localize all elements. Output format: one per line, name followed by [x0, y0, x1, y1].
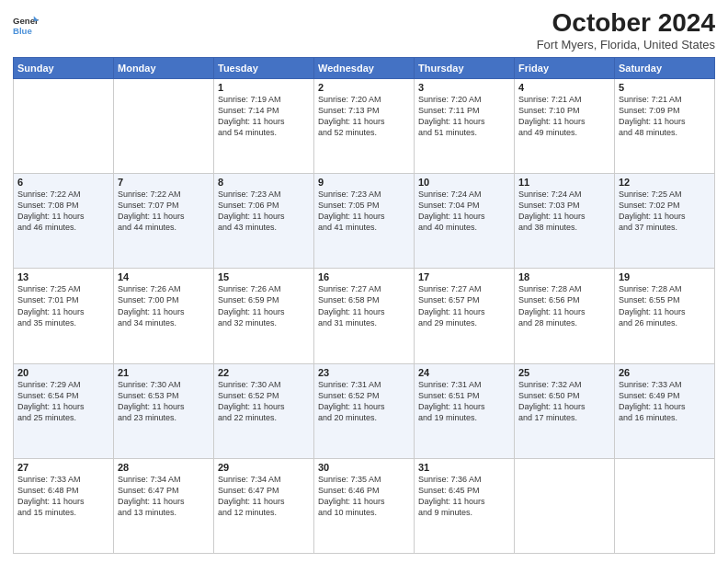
day-detail: Sunrise: 7:25 AM Sunset: 7:01 PM Dayligh…: [17, 283, 109, 328]
day-number: 12: [619, 177, 711, 188]
calendar-cell: 19Sunrise: 7:28 AM Sunset: 6:55 PM Dayli…: [615, 269, 715, 363]
calendar-week-3: 13Sunrise: 7:25 AM Sunset: 7:01 PM Dayli…: [14, 269, 715, 363]
day-detail: Sunrise: 7:19 AM Sunset: 7:14 PM Dayligh…: [218, 94, 310, 139]
day-number: 21: [118, 367, 210, 378]
calendar-cell: 8Sunrise: 7:23 AM Sunset: 7:06 PM Daylig…: [214, 174, 314, 269]
calendar-cell: [515, 458, 615, 553]
calendar-cell: 12Sunrise: 7:25 AM Sunset: 7:02 PM Dayli…: [615, 174, 715, 269]
day-detail: Sunrise: 7:21 AM Sunset: 7:10 PM Dayligh…: [518, 94, 610, 139]
day-number: 8: [218, 177, 310, 188]
day-number: 5: [619, 82, 711, 93]
col-header-saturday: Saturday: [615, 57, 715, 78]
calendar-week-2: 6Sunrise: 7:22 AM Sunset: 7:08 PM Daylig…: [14, 174, 715, 269]
day-detail: Sunrise: 7:33 AM Sunset: 6:48 PM Dayligh…: [17, 474, 109, 519]
day-detail: Sunrise: 7:26 AM Sunset: 6:59 PM Dayligh…: [218, 283, 310, 328]
day-detail: Sunrise: 7:34 AM Sunset: 6:47 PM Dayligh…: [118, 474, 210, 519]
day-number: 4: [518, 82, 610, 93]
calendar-week-5: 27Sunrise: 7:33 AM Sunset: 6:48 PM Dayli…: [14, 458, 715, 553]
day-detail: Sunrise: 7:32 AM Sunset: 6:50 PM Dayligh…: [518, 379, 610, 424]
calendar-cell: 23Sunrise: 7:31 AM Sunset: 6:52 PM Dayli…: [314, 363, 415, 458]
calendar-cell: 20Sunrise: 7:29 AM Sunset: 6:54 PM Dayli…: [14, 363, 114, 458]
day-detail: Sunrise: 7:22 AM Sunset: 7:08 PM Dayligh…: [17, 189, 109, 234]
col-header-tuesday: Tuesday: [214, 57, 314, 78]
calendar-cell: 18Sunrise: 7:28 AM Sunset: 6:56 PM Dayli…: [515, 269, 615, 363]
day-detail: Sunrise: 7:29 AM Sunset: 6:54 PM Dayligh…: [17, 379, 109, 424]
day-number: 24: [418, 367, 510, 378]
calendar-cell: [615, 458, 715, 553]
calendar: SundayMondayTuesdayWednesdayThursdayFrid…: [13, 57, 715, 554]
day-detail: Sunrise: 7:23 AM Sunset: 7:06 PM Dayligh…: [218, 189, 310, 234]
col-header-thursday: Thursday: [415, 57, 515, 78]
day-detail: Sunrise: 7:30 AM Sunset: 6:52 PM Dayligh…: [218, 379, 310, 424]
subtitle: Fort Myers, Florida, United States: [537, 38, 715, 52]
day-number: 1: [218, 82, 310, 93]
calendar-week-1: 1Sunrise: 7:19 AM Sunset: 7:14 PM Daylig…: [14, 78, 715, 173]
day-number: 14: [118, 271, 210, 282]
col-header-wednesday: Wednesday: [314, 57, 415, 78]
day-number: 31: [418, 462, 510, 473]
col-header-monday: Monday: [114, 57, 214, 78]
calendar-cell: 11Sunrise: 7:24 AM Sunset: 7:03 PM Dayli…: [515, 174, 615, 269]
day-detail: Sunrise: 7:25 AM Sunset: 7:02 PM Dayligh…: [619, 189, 711, 234]
calendar-cell: 29Sunrise: 7:34 AM Sunset: 6:47 PM Dayli…: [214, 458, 314, 553]
calendar-cell: 1Sunrise: 7:19 AM Sunset: 7:14 PM Daylig…: [214, 78, 314, 173]
calendar-cell: [14, 78, 114, 173]
day-number: 6: [17, 177, 109, 188]
col-header-friday: Friday: [515, 57, 615, 78]
day-detail: Sunrise: 7:27 AM Sunset: 6:57 PM Dayligh…: [418, 283, 510, 328]
calendar-cell: 25Sunrise: 7:32 AM Sunset: 6:50 PM Dayli…: [515, 363, 615, 458]
day-number: 7: [118, 177, 210, 188]
day-number: 29: [218, 462, 310, 473]
day-number: 3: [418, 82, 510, 93]
calendar-cell: 28Sunrise: 7:34 AM Sunset: 6:47 PM Dayli…: [114, 458, 214, 553]
day-detail: Sunrise: 7:28 AM Sunset: 6:55 PM Dayligh…: [619, 283, 711, 328]
day-detail: Sunrise: 7:20 AM Sunset: 7:13 PM Dayligh…: [318, 94, 410, 139]
title-block: October 2024 Fort Myers, Florida, United…: [537, 9, 715, 52]
calendar-cell: 3Sunrise: 7:20 AM Sunset: 7:11 PM Daylig…: [415, 78, 515, 173]
day-number: 2: [318, 82, 410, 93]
day-number: 20: [17, 367, 109, 378]
day-number: 28: [118, 462, 210, 473]
day-detail: Sunrise: 7:26 AM Sunset: 7:00 PM Dayligh…: [118, 283, 210, 328]
day-number: 17: [418, 271, 510, 282]
day-detail: Sunrise: 7:20 AM Sunset: 7:11 PM Dayligh…: [418, 94, 510, 139]
day-number: 13: [17, 271, 109, 282]
calendar-header-row: SundayMondayTuesdayWednesdayThursdayFrid…: [14, 57, 715, 78]
page: General Blue October 2024 Fort Myers, Fl…: [0, 0, 728, 563]
calendar-cell: 17Sunrise: 7:27 AM Sunset: 6:57 PM Dayli…: [415, 269, 515, 363]
day-detail: Sunrise: 7:34 AM Sunset: 6:47 PM Dayligh…: [218, 474, 310, 519]
day-detail: Sunrise: 7:27 AM Sunset: 6:58 PM Dayligh…: [318, 283, 410, 328]
day-detail: Sunrise: 7:24 AM Sunset: 7:03 PM Dayligh…: [518, 189, 610, 234]
day-number: 27: [17, 462, 109, 473]
col-header-sunday: Sunday: [14, 57, 114, 78]
calendar-cell: [114, 78, 214, 173]
calendar-cell: 13Sunrise: 7:25 AM Sunset: 7:01 PM Dayli…: [14, 269, 114, 363]
calendar-cell: 7Sunrise: 7:22 AM Sunset: 7:07 PM Daylig…: [114, 174, 214, 269]
day-detail: Sunrise: 7:35 AM Sunset: 6:46 PM Dayligh…: [318, 474, 410, 519]
day-detail: Sunrise: 7:23 AM Sunset: 7:05 PM Dayligh…: [318, 189, 410, 234]
day-number: 19: [619, 271, 711, 282]
calendar-cell: 9Sunrise: 7:23 AM Sunset: 7:05 PM Daylig…: [314, 174, 415, 269]
calendar-cell: 24Sunrise: 7:31 AM Sunset: 6:51 PM Dayli…: [415, 363, 515, 458]
day-detail: Sunrise: 7:31 AM Sunset: 6:52 PM Dayligh…: [318, 379, 410, 424]
day-number: 10: [418, 177, 510, 188]
calendar-cell: 6Sunrise: 7:22 AM Sunset: 7:08 PM Daylig…: [14, 174, 114, 269]
logo-icon: General Blue: [13, 13, 39, 39]
day-detail: Sunrise: 7:21 AM Sunset: 7:09 PM Dayligh…: [619, 94, 711, 139]
day-number: 22: [218, 367, 310, 378]
day-detail: Sunrise: 7:24 AM Sunset: 7:04 PM Dayligh…: [418, 189, 510, 234]
day-detail: Sunrise: 7:30 AM Sunset: 6:53 PM Dayligh…: [118, 379, 210, 424]
calendar-cell: 14Sunrise: 7:26 AM Sunset: 7:00 PM Dayli…: [114, 269, 214, 363]
day-detail: Sunrise: 7:36 AM Sunset: 6:45 PM Dayligh…: [418, 474, 510, 519]
calendar-cell: 4Sunrise: 7:21 AM Sunset: 7:10 PM Daylig…: [515, 78, 615, 173]
logo: General Blue: [13, 9, 39, 39]
day-detail: Sunrise: 7:33 AM Sunset: 6:49 PM Dayligh…: [619, 379, 711, 424]
calendar-cell: 22Sunrise: 7:30 AM Sunset: 6:52 PM Dayli…: [214, 363, 314, 458]
day-number: 9: [318, 177, 410, 188]
main-title: October 2024: [537, 9, 715, 38]
calendar-cell: 27Sunrise: 7:33 AM Sunset: 6:48 PM Dayli…: [14, 458, 114, 553]
day-number: 11: [518, 177, 610, 188]
calendar-week-4: 20Sunrise: 7:29 AM Sunset: 6:54 PM Dayli…: [14, 363, 715, 458]
day-number: 30: [318, 462, 410, 473]
day-number: 25: [518, 367, 610, 378]
